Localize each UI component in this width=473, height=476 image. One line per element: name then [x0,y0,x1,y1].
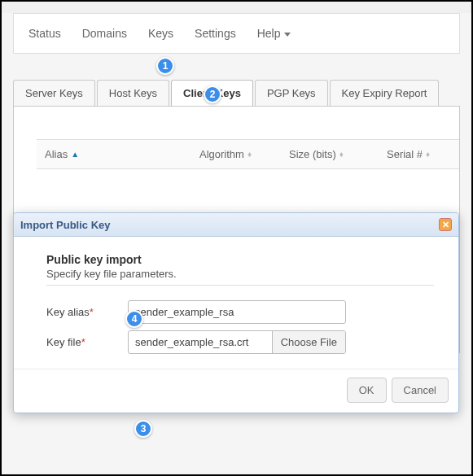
label-key-alias: Key alias* [46,306,128,318]
nav-keys[interactable]: Keys [140,22,182,45]
cancel-button[interactable]: Cancel [392,378,449,403]
dialog-section-subtitle: Specify key file parameters. [46,268,434,286]
import-public-key-dialog: Import Public Key ✕ Public key import Sp… [13,212,459,413]
th-serial[interactable]: Serial # ♦ [379,140,459,168]
th-alias-label: Alias [45,148,68,160]
sort-asc-icon: ▲ [71,150,79,159]
ok-button[interactable]: OK [347,378,387,403]
sort-icon: ♦ [339,150,344,159]
top-nav: Status Domains Keys Settings Help [13,13,460,54]
tab-pgp-keys[interactable]: PGP Keys [255,80,328,106]
callout-4: 4 [125,310,143,328]
label-key-file: Key file* [46,336,128,348]
label-key-alias-text: Key alias [46,306,90,318]
close-icon[interactable]: ✕ [439,218,452,231]
dialog-title: Import Public Key [20,219,111,231]
file-name-display: sender_example_rsa.crt [129,331,273,353]
sort-icon: ♦ [247,150,252,159]
th-alias[interactable]: Alias ▲ [37,140,191,168]
sort-icon: ♦ [426,150,430,159]
tab-host-keys[interactable]: Host Keys [97,80,169,106]
dialog-header: Import Public Key ✕ [14,213,458,237]
nav-settings[interactable]: Settings [186,22,244,45]
table-header-row: Alias ▲ Algorithm ♦ Size (bits) ♦ Serial… [37,139,459,169]
row-key-file: Key file* sender_example_rsa.crt Choose … [46,330,434,354]
nav-status[interactable]: Status [20,22,69,45]
dialog-section-title: Public key import [46,253,434,266]
th-algorithm-label: Algorithm [199,148,244,160]
key-alias-input[interactable] [128,300,346,324]
th-algorithm[interactable]: Algorithm ♦ [191,140,281,168]
callout-1: 1 [156,57,174,75]
dialog-footer: OK Cancel [14,369,458,413]
callout-2: 2 [204,85,221,103]
row-key-alias: Key alias* [46,300,434,324]
callout-3: 3 [134,420,152,438]
nav-help[interactable]: Help [249,22,300,45]
nav-domains[interactable]: Domains [74,22,135,45]
file-chooser: sender_example_rsa.crt Choose File [128,330,346,354]
tab-key-expiry-report[interactable]: Key Expiry Report [330,80,440,106]
label-key-file-text: Key file [46,336,81,348]
choose-file-button[interactable]: Choose File [273,331,345,353]
th-serial-label: Serial # [387,148,423,160]
th-size-label: Size (bits) [289,148,336,160]
tab-bar: Server Keys Host Keys Client Keys PGP Ke… [13,80,471,106]
required-marker: * [81,336,85,348]
tab-server-keys[interactable]: Server Keys [13,80,95,106]
th-size[interactable]: Size (bits) ♦ [281,140,379,168]
dialog-body: Public key import Specify key file param… [14,237,458,369]
required-marker: * [90,306,94,318]
